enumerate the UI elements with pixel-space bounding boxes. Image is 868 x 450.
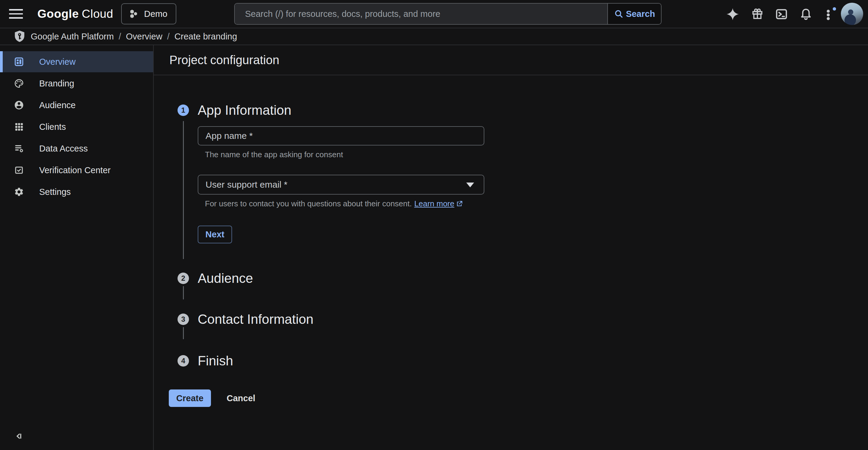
global-search: Search — [234, 3, 661, 25]
step-3-circle: 3 — [178, 314, 189, 325]
apps-grid-icon — [14, 122, 24, 132]
breadcrumb-bar: Google Auth Platform / Overview / Create… — [0, 28, 868, 45]
breadcrumb-page: Create branding — [175, 32, 237, 41]
sidebar-item-label: Data Access — [39, 144, 88, 154]
gear-icon — [14, 187, 24, 197]
notifications-bell-icon[interactable] — [799, 7, 813, 21]
sidebar-item-clients[interactable]: Clients — [0, 116, 153, 137]
step-4-title: Finish — [198, 353, 233, 369]
create-button[interactable]: Create — [169, 389, 211, 407]
dashboard-icon — [14, 57, 24, 67]
auth-platform-shield-icon — [13, 30, 27, 43]
search-icon — [614, 9, 624, 19]
learn-more-link[interactable]: Learn more — [414, 199, 464, 208]
step-2-number: 2 — [181, 274, 185, 283]
breadcrumb-separator: / — [167, 32, 170, 41]
left-nav: Overview Branding Audience Clients — [0, 45, 154, 450]
sidebar-item-label: Verification Center — [39, 165, 111, 175]
sidebar-item-label: Clients — [39, 122, 66, 132]
verified-check-icon — [14, 165, 24, 175]
list-gear-icon — [14, 143, 24, 154]
sidebar-item-label: Overview — [39, 57, 76, 67]
sidebar-item-data-access[interactable]: Data Access — [0, 138, 153, 159]
app-name-helper: The name of the app asking for consent — [205, 150, 343, 159]
logo-google: Google — [37, 7, 79, 21]
gemini-icon[interactable] — [726, 7, 740, 21]
menu-icon[interactable] — [9, 7, 25, 21]
cloud-shell-icon[interactable] — [775, 7, 788, 21]
sidebar-item-label: Audience — [39, 100, 76, 110]
step-1-number: 1 — [181, 106, 185, 115]
collapse-panel-icon[interactable] — [13, 431, 24, 442]
google-cloud-logo[interactable]: Google Cloud — [37, 0, 113, 28]
breadcrumb-app[interactable]: Google Auth Platform — [31, 32, 114, 41]
main-header: Project configuration — [154, 45, 868, 75]
learn-more-label: Learn more — [414, 199, 455, 208]
support-email-helper: For users to contact you with questions … — [205, 199, 463, 208]
step-2-title: Audience — [198, 270, 253, 286]
step-connector — [183, 286, 184, 299]
step-3-number: 3 — [181, 315, 185, 323]
sidebar-item-overview[interactable]: Overview — [0, 51, 153, 72]
app-name-label: App name * — [206, 131, 253, 141]
dropdown-arrow-icon — [466, 183, 474, 187]
breadcrumb-separator: / — [119, 32, 121, 41]
more-options-icon[interactable] — [823, 7, 837, 21]
cancel-button[interactable]: Cancel — [221, 389, 261, 407]
main-content: Project configuration 1 App Information … — [154, 45, 868, 450]
project-switcher-button[interactable]: Demo — [121, 3, 176, 24]
sidebar-item-settings[interactable]: Settings — [0, 181, 153, 202]
project-name: Demo — [144, 9, 167, 19]
search-input[interactable] — [235, 4, 607, 24]
user-support-email-label: User support email * — [206, 180, 287, 190]
logo-cloud: Cloud — [82, 7, 113, 21]
gift-rewards-icon[interactable] — [750, 7, 764, 21]
step-3-title: Contact Information — [198, 312, 313, 327]
person-icon — [14, 100, 24, 110]
sidebar-item-branding[interactable]: Branding — [0, 73, 153, 94]
step-4-number: 4 — [181, 357, 185, 365]
step-2-circle: 2 — [178, 272, 189, 284]
open-in-new-icon — [456, 200, 463, 208]
step-1-circle: 1 — [178, 104, 189, 116]
app-name-field[interactable]: App name * — [198, 126, 484, 146]
sidebar-item-label: Settings — [39, 187, 71, 197]
user-support-email-select[interactable]: User support email * — [198, 175, 484, 195]
step-1-title: App Information — [198, 102, 291, 118]
search-button[interactable]: Search — [607, 4, 661, 24]
top-bar: Google Cloud Demo Search — [0, 0, 868, 28]
sidebar-item-verification-center[interactable]: Verification Center — [0, 160, 153, 181]
step-connector — [183, 121, 184, 259]
next-button[interactable]: Next — [198, 226, 232, 244]
notification-dot — [833, 7, 836, 10]
project-hexagons-icon — [128, 9, 138, 19]
support-email-helper-text: For users to contact you with questions … — [205, 199, 412, 208]
sidebar-item-audience[interactable]: Audience — [0, 95, 153, 116]
breadcrumb: Google Auth Platform / Overview / Create… — [31, 32, 237, 41]
sidebar-item-label: Branding — [39, 78, 74, 89]
page-title: Project configuration — [169, 53, 279, 67]
step-4-circle: 4 — [178, 355, 189, 366]
account-avatar[interactable] — [841, 3, 863, 25]
step-connector — [183, 327, 184, 339]
breadcrumb-section[interactable]: Overview — [126, 32, 162, 41]
search-button-label: Search — [626, 9, 655, 19]
palette-icon — [14, 78, 24, 89]
